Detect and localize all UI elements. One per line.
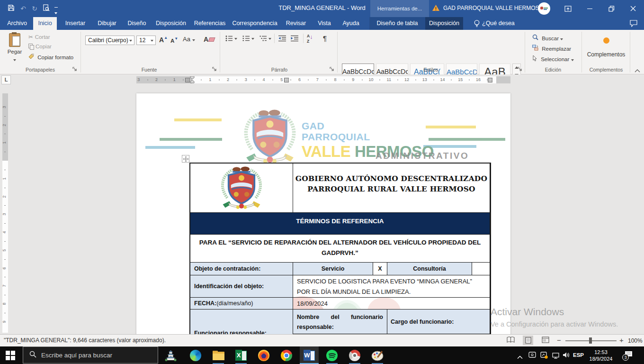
vertical-ruler[interactable]: 321123456789 bbox=[2, 93, 8, 333]
servicio-mark-cell[interactable]: X bbox=[373, 263, 387, 275]
ribbon-display-options-icon[interactable] bbox=[560, 0, 576, 17]
taskbar-firefox-icon[interactable] bbox=[254, 346, 273, 364]
tab-ayuda[interactable]: Ayuda bbox=[339, 17, 363, 30]
addins-button[interactable]: Complementos bbox=[584, 34, 628, 64]
format-painter-button[interactable]: Copiar formato bbox=[28, 54, 73, 60]
tray-settings-badge-icon[interactable] bbox=[540, 352, 548, 361]
tab-diseno-de-tabla[interactable]: Diseño de tabla bbox=[373, 17, 421, 30]
taskbar-chrome-icon[interactable] bbox=[277, 346, 296, 364]
tab-stop-selector[interactable]: L bbox=[1, 75, 11, 84]
numbered-dropdown-icon[interactable] bbox=[251, 38, 254, 40]
cargo-funcionario-label-cell[interactable]: Cargo del funcionario: bbox=[387, 309, 490, 334]
horizontal-ruler[interactable]: 32112345678910111213141516 bbox=[136, 76, 510, 83]
objeto-label-cell[interactable]: Objeto de contratación: bbox=[190, 263, 293, 275]
copy-button[interactable]: Copiar bbox=[28, 44, 52, 49]
news-widget-castle-icon[interactable] bbox=[161, 346, 180, 364]
taskbar-word-icon[interactable]: W bbox=[300, 346, 319, 364]
grow-font-button[interactable]: A▲ bbox=[159, 36, 168, 44]
table-move-handle[interactable] bbox=[182, 155, 189, 163]
sort-icon[interactable]: A↓ Z bbox=[307, 34, 313, 44]
find-button[interactable]: Buscar bbox=[532, 34, 563, 41]
paste-button[interactable]: Pegar bbox=[4, 31, 26, 65]
web-layout-icon[interactable] bbox=[542, 337, 549, 345]
identificacion-value-cell[interactable]: SERVICIO DE LOGISTICA PARA EVENTO “MINGA… bbox=[293, 275, 490, 298]
collapse-ribbon-icon[interactable] bbox=[635, 68, 640, 73]
tdr-title-cell[interactable]: TÉRMINOS DE REFERENCIA bbox=[190, 213, 490, 235]
tab-insertar[interactable]: Insertar bbox=[61, 17, 90, 30]
tab-correspondencia[interactable]: Correspondencia bbox=[231, 17, 278, 30]
funcionario-label-cell[interactable]: Funcionario responsable: bbox=[190, 309, 293, 334]
shrink-font-button[interactable]: A▼ bbox=[170, 36, 178, 44]
font-size-select[interactable]: 12 bbox=[136, 36, 156, 45]
word-count-status[interactable]: "TDR_MINGA GENERAL": 9,646 caracteres (v… bbox=[4, 337, 166, 344]
start-button[interactable] bbox=[1, 346, 20, 364]
clipboard-dialog-launcher-icon[interactable] bbox=[72, 67, 78, 72]
styles-dialog-launcher-icon[interactable] bbox=[518, 67, 523, 72]
taskbar-excel-icon[interactable]: X bbox=[232, 346, 250, 364]
tab-diseno[interactable]: Diseño bbox=[124, 17, 150, 30]
zoom-out-button[interactable]: − bbox=[557, 336, 561, 344]
tab-disposicion-contextual[interactable]: Disposición bbox=[425, 17, 463, 30]
account-name[interactable]: GAD PARROQUIAL VALLE HERMOSO bbox=[443, 5, 544, 11]
nombre-funcionario-label-cell[interactable]: Nombre del funcionario responsable: bbox=[293, 309, 387, 334]
restore-button[interactable] bbox=[603, 0, 619, 17]
zoom-percentage[interactable]: 100% bbox=[628, 337, 643, 344]
cut-button[interactable]: ✂Cortar bbox=[28, 34, 50, 40]
font-dialog-launcher-icon[interactable] bbox=[212, 67, 217, 72]
table-column-marker-icon[interactable] bbox=[284, 78, 289, 82]
table-logo-cell[interactable] bbox=[190, 164, 293, 213]
bullet-list-icon[interactable] bbox=[225, 35, 233, 44]
taskbar-edge-icon[interactable] bbox=[186, 346, 205, 364]
language-indicator[interactable]: ESP bbox=[573, 352, 584, 358]
multilevel-dropdown-icon[interactable] bbox=[268, 38, 271, 40]
subject-cell[interactable]: PARA EL “SERVICIO DE REPARACIÓN DEL ALTE… bbox=[190, 235, 490, 263]
multilevel-list-icon[interactable] bbox=[259, 35, 267, 44]
bullet-dropdown-icon[interactable] bbox=[234, 38, 237, 40]
clear-formatting-button[interactable]: A bbox=[204, 36, 215, 43]
document-page[interactable]: GAD PARROQUIAL VALLE HERMOSO ADMINISTRAT… bbox=[136, 93, 510, 334]
org-title-cell[interactable]: GOBIERNO AUTÓNOMO DESCENTRALIZADO PARROQ… bbox=[293, 164, 490, 213]
table-column-marker-icon[interactable] bbox=[488, 78, 492, 82]
close-button[interactable] bbox=[625, 0, 641, 17]
paragraph-dialog-launcher-icon[interactable] bbox=[330, 67, 335, 72]
taskbar-paint-icon[interactable] bbox=[368, 346, 387, 364]
fecha-label-cell[interactable]: FECHA: (día/mes/año) bbox=[190, 298, 293, 309]
tab-disposicion[interactable]: Disposición bbox=[153, 17, 188, 30]
fecha-value-cell[interactable]: 18/09/2024 bbox=[293, 298, 490, 309]
tab-revisar[interactable]: Revisar bbox=[282, 17, 310, 30]
tab-referencias[interactable]: Referencias bbox=[192, 17, 227, 30]
decrease-indent-icon[interactable] bbox=[278, 35, 286, 44]
select-button[interactable]: Seleccionar bbox=[532, 55, 574, 62]
clock[interactable]: 12:53 18/9/2024 bbox=[587, 349, 615, 362]
pilcrow-button[interactable]: ¶ bbox=[323, 34, 327, 42]
volume-icon[interactable] bbox=[563, 352, 570, 360]
numbered-list-icon[interactable] bbox=[242, 35, 250, 44]
print-layout-icon[interactable] bbox=[523, 336, 533, 345]
identificacion-label-cell[interactable]: Identificación del objeto: bbox=[190, 275, 293, 298]
consultoria-mark-cell[interactable] bbox=[472, 263, 490, 275]
tray-onedrive-icon[interactable] bbox=[528, 352, 536, 360]
zoom-in-button[interactable]: + bbox=[619, 336, 624, 344]
tab-archivo[interactable]: Archivo bbox=[5, 17, 29, 30]
consultoria-cell[interactable]: Consultoría bbox=[387, 263, 472, 275]
replace-button[interactable]: Reemplazar bbox=[532, 45, 571, 52]
feedback-comment-icon[interactable] bbox=[630, 20, 637, 29]
increase-indent-icon[interactable] bbox=[291, 35, 299, 44]
indent-markers-icon[interactable] bbox=[190, 76, 195, 85]
tell-me-box[interactable]: ¿Qué desea hacer? bbox=[482, 17, 534, 30]
tray-show-hidden-icons[interactable] bbox=[517, 353, 523, 361]
read-mode-icon[interactable] bbox=[507, 337, 515, 345]
taskbar-chrome-profile-icon[interactable] bbox=[345, 346, 364, 364]
minimize-button[interactable] bbox=[581, 0, 598, 17]
zoom-slider-thumb[interactable] bbox=[589, 337, 592, 344]
tab-inicio[interactable]: Inicio bbox=[33, 17, 57, 30]
document-table[interactable]: GOBIERNO AUTÓNOMO DESCENTRALIZADO PARROQ… bbox=[189, 163, 491, 334]
servicio-cell[interactable]: Servicio bbox=[293, 263, 373, 275]
tab-vista[interactable]: Vista bbox=[313, 17, 335, 30]
taskbar-spotify-icon[interactable] bbox=[322, 346, 341, 364]
tab-dibujar[interactable]: Dibujar bbox=[94, 17, 120, 30]
taskbar-search-box[interactable]: Escribe aquí para buscar bbox=[23, 346, 158, 364]
table-column-marker-icon[interactable] bbox=[185, 78, 190, 82]
avatar[interactable] bbox=[538, 2, 550, 15]
notification-center-icon[interactable]: 3 bbox=[624, 351, 634, 359]
